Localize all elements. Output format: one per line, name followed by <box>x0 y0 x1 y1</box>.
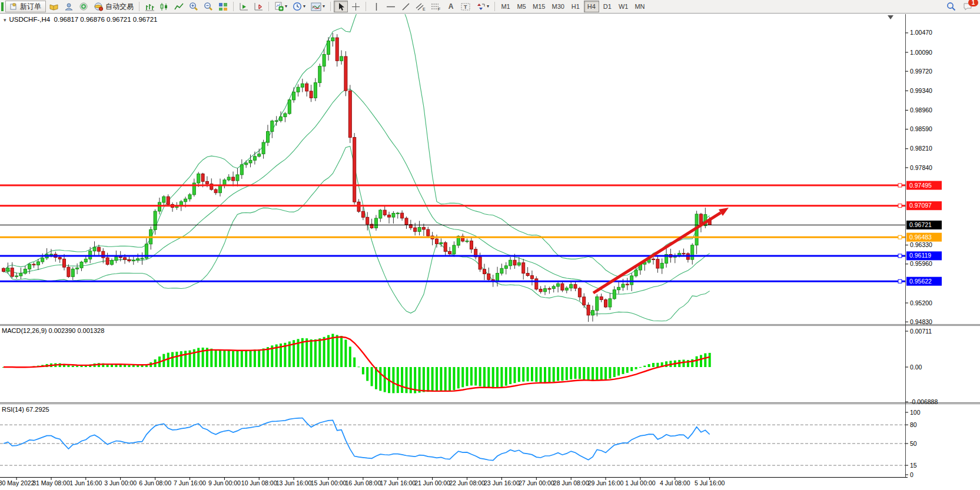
svg-text:50: 50 <box>910 440 917 447</box>
rsi-name: RSI(14) <box>2 406 24 413</box>
equidistant-channel-icon: E <box>416 2 426 11</box>
svg-text:1 Jun 16:00: 1 Jun 16:00 <box>69 479 102 486</box>
equidistant-channel-button[interactable]: E <box>413 1 428 12</box>
svg-text:0.00: 0.00 <box>910 364 922 371</box>
macd-values: 0.002390 0.001328 <box>48 327 104 334</box>
separator <box>268 2 269 11</box>
chart-menu-caret[interactable]: ▾ <box>4 17 6 23</box>
chart-shift-button[interactable] <box>251 1 265 12</box>
timeframe-h4[interactable]: H4 <box>584 1 599 12</box>
svg-text:28 Jun 08:00: 28 Jun 08:00 <box>553 479 589 486</box>
svg-text:0.98210: 0.98210 <box>910 145 932 152</box>
market-watch-icon <box>49 2 59 11</box>
timeframe-m5[interactable]: M5 <box>514 1 529 12</box>
candlestick-chart-button[interactable] <box>157 1 171 12</box>
bar-chart-button[interactable] <box>142 1 157 12</box>
svg-text:0.97495: 0.97495 <box>909 182 932 189</box>
price-badge-0.95622: 0.95622 <box>906 277 942 286</box>
notifications-button[interactable]: 1 <box>961 1 975 12</box>
timeframe-m30[interactable]: M30 <box>549 1 567 12</box>
indicators-button[interactable]: ▾ <box>272 1 290 12</box>
price-badge-0.96483: 0.96483 <box>906 233 942 242</box>
chart-symbol: USDCHF-,H4 <box>9 16 51 23</box>
line-chart-button[interactable] <box>172 1 186 12</box>
trendline-button[interactable] <box>398 1 413 12</box>
macd-label: MACD(12,26,9) 0.002390 0.001328 <box>2 327 104 334</box>
svg-text:1.00470: 1.00470 <box>910 29 932 36</box>
zoom-out-button[interactable] <box>201 1 215 12</box>
rsi-label: RSI(14) 67.2925 <box>2 406 49 413</box>
timeframe-d1[interactable]: D1 <box>600 1 615 12</box>
new-order-icon <box>10 3 18 11</box>
templates-icon <box>311 2 321 11</box>
svg-text:7 Jun 16:00: 7 Jun 16:00 <box>174 479 206 486</box>
new-order-label: 新订单 <box>20 2 41 12</box>
text-label-button[interactable]: T <box>459 1 473 12</box>
svg-text:23 Jun 16:00: 23 Jun 16:00 <box>484 479 520 486</box>
svg-text:29 Jun 16:00: 29 Jun 16:00 <box>588 479 624 486</box>
horizontal-line-icon <box>386 2 396 11</box>
zoom-in-button[interactable] <box>187 1 201 12</box>
timeframe-mn[interactable]: MN <box>632 1 647 12</box>
vertical-line-button[interactable] <box>369 1 383 12</box>
arrows-icon <box>476 2 486 11</box>
svg-text:3 Jun 00:00: 3 Jun 00:00 <box>104 479 137 486</box>
svg-text:0.98960: 0.98960 <box>910 106 932 114</box>
trendline-icon <box>401 2 410 11</box>
market-watch-button[interactable] <box>46 1 61 12</box>
search-button[interactable] <box>944 1 958 12</box>
separator <box>330 2 331 11</box>
tile-windows-button[interactable] <box>216 1 230 12</box>
svg-text:0.95200: 0.95200 <box>910 299 932 306</box>
svg-text:16 Jun 08:00: 16 Jun 08:00 <box>346 479 381 486</box>
horizontal-line-button[interactable] <box>384 1 398 12</box>
zoom-out-icon <box>204 2 213 11</box>
chart-ohlc: 0.96817 0.96876 0.96721 0.96721 <box>54 16 158 23</box>
svg-text:10 Jun 08:00: 10 Jun 08:00 <box>241 479 277 486</box>
cursor-button[interactable] <box>334 1 348 12</box>
timeframe-m1[interactable]: M1 <box>498 1 513 12</box>
fibonacci-button[interactable]: F <box>428 1 443 12</box>
svg-text:0.95960: 0.95960 <box>910 260 932 267</box>
separator <box>233 2 234 11</box>
templates-button[interactable]: ▾ <box>308 1 327 12</box>
autotrading-button[interactable]: 自动交易 <box>91 1 136 12</box>
timeframe-h1[interactable]: H1 <box>568 1 583 12</box>
timeframe-w1[interactable]: W1 <box>616 1 632 12</box>
vertical-line-icon <box>373 2 380 11</box>
svg-text:0.96483: 0.96483 <box>909 234 932 241</box>
auto-scroll-button[interactable] <box>237 1 251 12</box>
svg-text:0.99340: 0.99340 <box>910 87 932 94</box>
dropdown-caret: ▾ <box>323 4 325 9</box>
notification-badge: 1 <box>968 0 978 6</box>
svg-text:0.00711: 0.00711 <box>910 328 932 335</box>
toolbar-right-group: 1 <box>944 1 979 12</box>
new-order-button[interactable]: 新订单 <box>5 1 46 12</box>
data-window-button[interactable] <box>62 1 76 12</box>
text-icon: A <box>449 2 454 11</box>
svg-text:9 Jun 00:00: 9 Jun 00:00 <box>208 479 241 486</box>
svg-text:100: 100 <box>910 409 921 416</box>
svg-text:0.97097: 0.97097 <box>909 202 932 209</box>
svg-text:27 Jun 00:00: 27 Jun 00:00 <box>519 479 554 486</box>
arrows-button[interactable]: ▾ <box>474 1 491 12</box>
chart-canvas[interactable]: 1.004701.000900.997200.993400.989600.985… <box>0 0 980 490</box>
svg-text:17 Jun 16:00: 17 Jun 16:00 <box>380 479 416 486</box>
timeframe-m15[interactable]: M15 <box>530 1 548 12</box>
periods-button[interactable]: ▾ <box>290 1 308 12</box>
svg-text:15: 15 <box>910 462 917 469</box>
text-button[interactable]: A <box>444 1 458 12</box>
navigator-button[interactable] <box>77 1 91 12</box>
rsi-value: 67.2925 <box>26 406 49 413</box>
clipped-icon <box>1 2 4 11</box>
svg-text:4 Jul 08:00: 4 Jul 08:00 <box>660 479 690 486</box>
autotrading-globe-icon <box>94 2 104 11</box>
data-window-icon <box>64 2 74 11</box>
bar-chart-icon <box>145 2 154 11</box>
chart-shift-icon <box>254 2 263 11</box>
svg-text:1 Jul 00:00: 1 Jul 00:00 <box>625 479 656 486</box>
crosshair-button[interactable] <box>348 1 363 12</box>
separator <box>494 2 495 11</box>
auto-scroll-icon <box>239 2 248 11</box>
periods-clock-icon <box>293 2 302 11</box>
